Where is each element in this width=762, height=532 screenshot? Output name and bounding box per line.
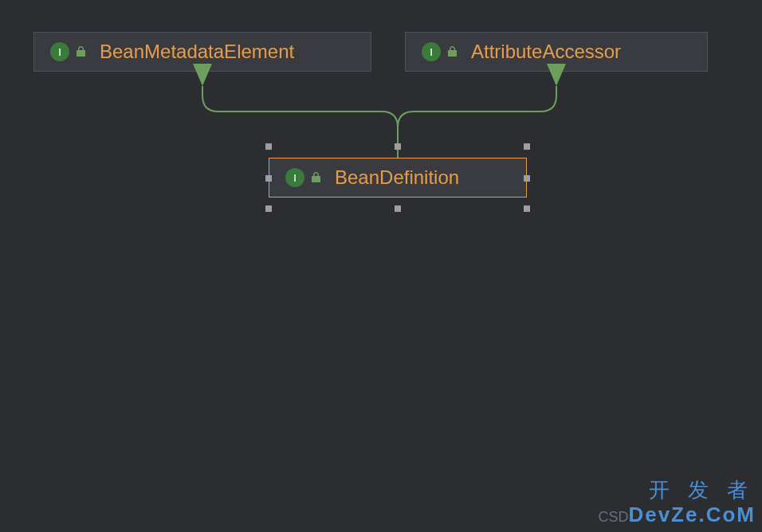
node-label: BeanDefinition <box>335 166 459 189</box>
node-label: AttributeAccessor <box>471 41 621 63</box>
selection-handle-tc[interactable] <box>395 143 401 150</box>
interface-icon-letter: I <box>58 46 61 58</box>
lock-icon <box>311 172 322 183</box>
watermark-csdn: CSD <box>598 509 628 525</box>
selection-handle-mr[interactable] <box>524 175 530 182</box>
selection-handle-tr[interactable] <box>524 143 530 150</box>
interface-icon-letter: I <box>430 46 433 58</box>
watermark-bottom: CSDDevZe.CoM <box>598 503 756 527</box>
selection-handle-ml[interactable] <box>265 175 272 182</box>
selection-handle-bl[interactable] <box>265 205 272 212</box>
selection-handle-br[interactable] <box>524 205 530 212</box>
interface-icon: I <box>285 168 304 187</box>
selection-handle-bc[interactable] <box>395 205 401 212</box>
watermark-devze: DevZe.CoM <box>628 503 756 526</box>
interface-icon: I <box>50 42 69 61</box>
interface-icon-letter: I <box>293 172 297 184</box>
lock-icon <box>76 46 87 57</box>
uml-interface-node[interactable]: I BeanMetadataElement <box>33 32 371 72</box>
lock-icon <box>447 46 458 57</box>
uml-interface-node-selected[interactable]: I BeanDefinition <box>269 158 527 198</box>
selection-handle-tl[interactable] <box>265 143 272 150</box>
node-label: BeanMetadataElement <box>100 41 294 63</box>
watermark-chinese: 开 发 者 <box>649 476 754 504</box>
uml-interface-node[interactable]: I AttributeAccessor <box>405 32 708 72</box>
interface-icon: I <box>422 42 441 61</box>
